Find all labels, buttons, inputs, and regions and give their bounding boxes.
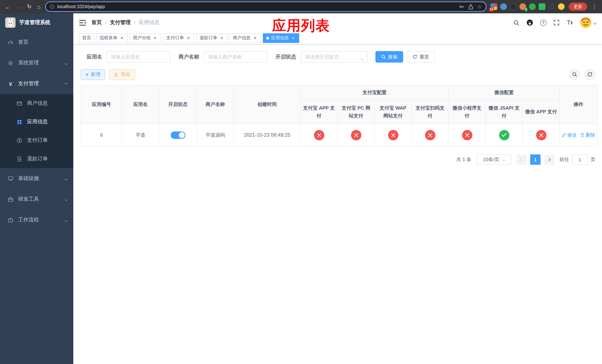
dashboard-icon bbox=[7, 39, 14, 45]
font-size-icon[interactable] bbox=[567, 20, 573, 26]
sidebar-item-app-info[interactable]: 应用信息 bbox=[0, 113, 73, 131]
extension-icon[interactable]: 1 bbox=[519, 3, 526, 10]
sidebar-collapse-icon[interactable] bbox=[79, 20, 86, 25]
tab-home[interactable]: 首页 bbox=[79, 33, 94, 43]
close-icon[interactable]: × bbox=[252, 35, 258, 41]
chevron-down-icon bbox=[65, 196, 67, 202]
tab-process-form[interactable]: 流程表单 × bbox=[96, 33, 128, 43]
tab-pay-order[interactable]: 支付订单 × bbox=[163, 33, 194, 43]
refresh-table-button[interactable] bbox=[584, 69, 595, 80]
sidebar-item-pay-order[interactable]: 支付订单 bbox=[0, 131, 73, 150]
chevron-down-icon bbox=[503, 156, 505, 162]
forward-icon[interactable]: → bbox=[16, 3, 22, 10]
cell-alipay-qr-status bbox=[411, 124, 449, 146]
top-navbar: 首页 / 支付管理 / 应用信息 ? bbox=[73, 13, 602, 32]
github-icon[interactable] bbox=[527, 19, 533, 26]
page-number-current[interactable]: 1 bbox=[530, 154, 540, 165]
reload-icon[interactable]: ↻ bbox=[27, 3, 32, 10]
back-icon[interactable]: ← bbox=[5, 3, 10, 10]
close-icon[interactable]: × bbox=[186, 35, 191, 41]
prev-page-button[interactable] bbox=[516, 154, 527, 165]
extension-icon[interactable] bbox=[529, 3, 536, 10]
tab-merchant-info[interactable]: 商户信息 × bbox=[230, 33, 261, 43]
home-icon[interactable]: ⌂ bbox=[37, 3, 41, 10]
tab-user-group[interactable]: 用户分组 × bbox=[129, 33, 161, 43]
url-text[interactable]: localhost:1024/pay/app bbox=[57, 4, 456, 9]
extension-puzzle-icon[interactable] bbox=[548, 3, 555, 10]
add-button[interactable]: + 新增 bbox=[81, 69, 105, 80]
edit-link[interactable]: 修改 bbox=[562, 132, 577, 138]
cell-actions: 修改 删除 bbox=[559, 124, 597, 146]
close-icon[interactable]: × bbox=[152, 35, 158, 41]
tab-refund-order[interactable]: 退款订单 × bbox=[196, 33, 228, 43]
goto-page-input[interactable] bbox=[572, 154, 588, 165]
pagination: 共 1 条 10条/页 1 前往 页 bbox=[81, 154, 595, 165]
payment-submenu: 商户信息 应用信息 支付订单 bbox=[0, 94, 73, 168]
col-header-alipay-wap: 支付宝 WAP 网站支付 bbox=[375, 100, 411, 124]
browser-menu-icon[interactable]: ⋮ bbox=[591, 3, 598, 10]
refund-order-icon bbox=[16, 156, 22, 162]
col-header-actions: 操作 bbox=[559, 85, 597, 124]
extension-icon[interactable] bbox=[510, 3, 516, 10]
help-icon[interactable]: ? bbox=[540, 20, 547, 26]
fullscreen-icon[interactable] bbox=[553, 20, 559, 26]
goto-page: 前往 页 bbox=[559, 154, 595, 165]
extension-icon[interactable] bbox=[500, 3, 507, 10]
delete-trash-icon bbox=[580, 133, 585, 137]
app-table: 应用编号 应用名 开启状态 商户名称 创建时间 支付宝配置 微信配置 操作 支付… bbox=[81, 85, 595, 146]
main-panel: 首页 / 支付管理 / 应用信息 ? bbox=[73, 13, 602, 364]
table-toolbar: + 新增 导出 bbox=[81, 69, 595, 80]
enable-status-toggle[interactable] bbox=[171, 131, 185, 139]
search-button[interactable]: 搜索 bbox=[376, 51, 403, 63]
sidebar-item-payment[interactable]: ¥ 支付管理 bbox=[0, 73, 73, 94]
search-icon[interactable] bbox=[513, 20, 519, 26]
site-info-icon[interactable]: ⓘ bbox=[50, 4, 54, 9]
browser-toolbar: ← → ↻ ⌂ ⓘ localhost:1024/pay/app ☆ 10 1 bbox=[0, 0, 602, 13]
sidebar-item-merchant-info[interactable]: 商户信息 bbox=[0, 94, 73, 113]
breadcrumb-payment[interactable]: 支付管理 bbox=[110, 19, 131, 26]
breadcrumb-home[interactable]: 首页 bbox=[91, 19, 102, 26]
user-avatar-menu[interactable] bbox=[580, 17, 596, 28]
extension-icon[interactable] bbox=[539, 3, 545, 10]
app-name-input[interactable] bbox=[107, 51, 170, 63]
cell-alipay-pc-status bbox=[337, 124, 375, 146]
breadcrumb-separator: / bbox=[134, 20, 136, 26]
caret-down-icon bbox=[594, 19, 596, 25]
next-page-button[interactable] bbox=[544, 154, 554, 165]
briefcase-icon bbox=[7, 217, 14, 223]
extension-icon[interactable]: 10 bbox=[491, 3, 497, 10]
reset-button[interactable]: 重置 bbox=[407, 51, 435, 63]
address-bar[interactable]: ⓘ localhost:1024/pay/app ☆ bbox=[45, 1, 486, 12]
filter-status: 开启状态 bbox=[275, 51, 367, 63]
sidebar-item-home[interactable]: 首页 bbox=[0, 32, 73, 53]
status-select-input[interactable] bbox=[301, 51, 367, 63]
close-icon[interactable]: × bbox=[119, 35, 124, 41]
bookmark-star-icon[interactable]: ☆ bbox=[477, 4, 482, 10]
status-select[interactable] bbox=[301, 51, 367, 63]
sidebar-item-system[interactable]: 系统管理 bbox=[0, 53, 73, 73]
col-header-merchant: 商户名称 bbox=[197, 85, 234, 124]
toggle-search-button[interactable] bbox=[569, 69, 580, 80]
sidebar-item-refund-order[interactable]: 退款订单 bbox=[0, 150, 73, 168]
browser-profile-avatar[interactable] bbox=[558, 3, 565, 10]
sidebar-item-devtools[interactable]: 研发工具 bbox=[0, 189, 73, 210]
share-icon[interactable] bbox=[469, 4, 473, 10]
user-avatar bbox=[580, 17, 591, 28]
close-icon[interactable]: × bbox=[219, 35, 224, 41]
search-icon bbox=[381, 54, 386, 59]
browser-update-button[interactable]: 更新 bbox=[569, 3, 587, 11]
export-button[interactable]: 导出 bbox=[109, 69, 135, 80]
app-logo[interactable]: 芋道管理系统 bbox=[0, 13, 73, 32]
sidebar-item-workflow[interactable]: 工作流程 bbox=[0, 210, 73, 230]
sidebar-item-infrastructure[interactable]: 基础设施 bbox=[0, 168, 73, 189]
group-header-wechat-config: 微信配置 bbox=[449, 85, 559, 100]
download-icon bbox=[114, 72, 118, 77]
password-key-icon[interactable] bbox=[459, 4, 464, 9]
filter-merchant-name: 商户名称 bbox=[178, 51, 267, 63]
merchant-name-label: 商户名称 bbox=[178, 54, 199, 60]
merchant-name-input[interactable] bbox=[204, 51, 267, 63]
page-size-select[interactable]: 10条/页 bbox=[476, 154, 511, 165]
infrastructure-icon bbox=[7, 176, 14, 181]
delete-link[interactable]: 删除 bbox=[580, 132, 595, 138]
close-icon[interactable]: × bbox=[291, 35, 296, 41]
